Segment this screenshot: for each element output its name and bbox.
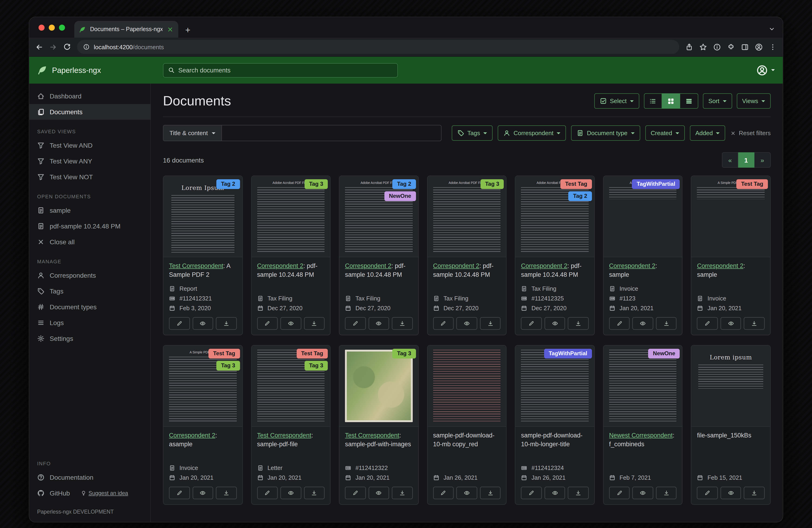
tag-chip-tag-3[interactable]: Tag 3 [393, 349, 416, 358]
views-button[interactable]: Views [737, 93, 771, 109]
preview-button[interactable] [721, 487, 741, 499]
edit-button[interactable] [521, 487, 542, 499]
tag-chip-tagwithpartial[interactable]: TagWithPartial [544, 349, 592, 358]
list-view-button[interactable] [644, 93, 662, 109]
sidebar-item-logs[interactable]: Logs [29, 315, 150, 331]
reset-filters-button[interactable]: Reset filters [730, 130, 771, 137]
title-content-search-input[interactable] [222, 125, 441, 141]
pagination-prev-button[interactable]: « [722, 152, 738, 168]
tag-chip-tag-3[interactable]: Tag 3 [304, 179, 328, 189]
address-bar[interactable]: localhost:4200/documents [77, 40, 679, 54]
sort-button[interactable]: Sort [703, 93, 732, 109]
preview-button[interactable] [633, 487, 653, 499]
browser-menu-icon[interactable] [769, 43, 777, 51]
sidebar-item-sample[interactable]: sample [29, 202, 150, 218]
preview-button[interactable] [192, 317, 213, 330]
document-thumbnail[interactable]: Adobe Acrobat PDF FilesTag 3 [427, 176, 506, 257]
search-input[interactable] [178, 67, 393, 74]
document-card[interactable]: Lorem IpsumTag 2Test Correspondent: A Sa… [163, 175, 243, 335]
tag-chip-tag-3[interactable]: Tag 3 [480, 179, 504, 189]
sidebar-item-test-view-not[interactable]: Test View NOT [29, 169, 150, 185]
document-card[interactable]: Adobe Acrobat PDF FilesTag 3Corresponden… [251, 175, 331, 335]
edit-button[interactable] [433, 317, 453, 330]
tag-chip-tag-2[interactable]: Tag 2 [216, 179, 240, 189]
correspondent-link[interactable]: Correspondent 2 [433, 262, 479, 269]
extensions-puzzle-icon[interactable] [727, 43, 735, 51]
site-info-icon[interactable] [83, 44, 90, 50]
tag-chip-test-tag[interactable]: Test Tag [737, 179, 768, 189]
edit-button[interactable] [521, 317, 542, 330]
zoom-window-button[interactable] [59, 25, 65, 31]
app-brand[interactable]: Paperless-ngx [37, 65, 163, 75]
correspondent-link[interactable]: Correspondent 2 [345, 262, 391, 269]
document-card[interactable]: Lorem ipsumfile-sample_150kBsFeb 15, 202… [691, 345, 771, 505]
document-thumbnail[interactable]: A Simple PDF FileTest TagTag 3 [163, 345, 242, 427]
pagination-page-button[interactable]: 1 [738, 152, 754, 168]
document-card[interactable]: Adobe Acrobat PDF FilesTest TagTag 2Corr… [515, 175, 595, 335]
sidebar-item-document-types[interactable]: Document types [29, 299, 150, 315]
close-window-button[interactable] [39, 25, 45, 31]
correspondent-link[interactable]: Correspondent 2 [697, 262, 743, 269]
sidebar-item-documentation[interactable]: Documentation [29, 470, 150, 485]
document-card[interactable]: A Simple PDF FileTest TagCorrespondent 2… [691, 175, 771, 335]
document-card[interactable]: NewOneNewest Correspondent: f_combinedsF… [603, 345, 683, 505]
sidebar-item-correspondents[interactable]: Correspondents [29, 268, 150, 283]
download-button[interactable] [216, 487, 236, 499]
tag-chip-tagwithpartial[interactable]: TagWithPartial [632, 179, 680, 189]
download-button[interactable] [568, 317, 589, 330]
preview-button[interactable] [368, 487, 389, 499]
global-search[interactable] [163, 63, 398, 77]
document-thumbnail[interactable]: TagWithPartial [516, 345, 594, 427]
document-card[interactable]: Test TagTag 3Test Correspondent: sample-… [251, 345, 331, 505]
correspondent-link[interactable]: Newest Correspondent [609, 432, 673, 439]
tag-chip-test-tag[interactable]: Test Tag [296, 349, 328, 358]
download-button[interactable] [656, 317, 677, 330]
edit-button[interactable] [433, 487, 453, 499]
document-card[interactable]: A Simple PDF FileTest TagTag 3Correspond… [163, 345, 243, 505]
edit-button[interactable] [257, 487, 278, 499]
share-icon[interactable] [685, 43, 693, 51]
document-card[interactable]: TagWithPartialsample-pdf-download-10-mb-… [515, 345, 595, 505]
detail-view-button[interactable] [680, 93, 698, 109]
document-thumbnail[interactable]: Adobe Acrobat PDF FilesTag 2NewOne [339, 176, 418, 257]
correspondent-link[interactable]: Correspondent 2 [169, 432, 215, 439]
document-thumbnail[interactable]: A Simple PDF FileTest Tag [692, 176, 770, 257]
select-button[interactable]: Select [594, 93, 639, 109]
correspondent-link[interactable]: Test Correspondent [345, 432, 399, 439]
side-panel-icon[interactable] [741, 43, 749, 51]
tags-filter-button[interactable]: Tags [451, 125, 493, 141]
download-button[interactable] [744, 487, 765, 499]
edit-button[interactable] [169, 317, 190, 330]
edit-button[interactable] [609, 317, 630, 330]
correspondent-link[interactable]: Test Correspondent [257, 432, 311, 439]
edit-button[interactable] [257, 317, 278, 330]
edit-button[interactable] [697, 487, 718, 499]
document-card[interactable]: Adobe Acrobat PDF FilesTag 3Corresponden… [427, 175, 507, 335]
created-filter-button[interactable]: Created [645, 125, 685, 141]
tag-chip-tag-3[interactable]: Tag 3 [216, 361, 240, 371]
tag-chip-newone[interactable]: NewOne [384, 191, 416, 201]
tag-chip-tag-2[interactable]: Tag 2 [393, 179, 416, 189]
filter-field-selector[interactable]: Title & content [163, 125, 222, 141]
preview-button[interactable] [280, 317, 301, 330]
tag-chip-tag-3[interactable]: Tag 3 [304, 361, 328, 371]
tab-search-chevron-icon[interactable] [768, 26, 775, 32]
download-button[interactable] [304, 317, 324, 330]
new-tab-button[interactable]: + [185, 26, 190, 34]
preview-button[interactable] [721, 317, 741, 330]
added-filter-button[interactable]: Added [690, 125, 725, 141]
tag-chip-newone[interactable]: NewOne [648, 349, 680, 358]
document-thumbnail[interactable]: NewOne [604, 345, 682, 427]
correspondent-link[interactable]: Correspondent 2 [609, 262, 655, 269]
download-button[interactable] [744, 317, 765, 330]
suggest-idea-link[interactable]: Suggest an idea [81, 490, 128, 496]
browser-tab[interactable]: Documents – Paperless-ngx [74, 21, 178, 38]
document-card[interactable]: Adobe Acrobat PDF FilesTag 2NewOneCorres… [339, 175, 419, 335]
download-button[interactable] [568, 487, 589, 499]
sidebar-item-tags[interactable]: Tags [29, 283, 150, 299]
correspondent-filter-button[interactable]: Correspondent [498, 125, 566, 141]
download-button[interactable] [480, 487, 501, 499]
edit-button[interactable] [169, 487, 190, 499]
edit-button[interactable] [345, 317, 366, 330]
minimize-window-button[interactable] [49, 25, 55, 31]
